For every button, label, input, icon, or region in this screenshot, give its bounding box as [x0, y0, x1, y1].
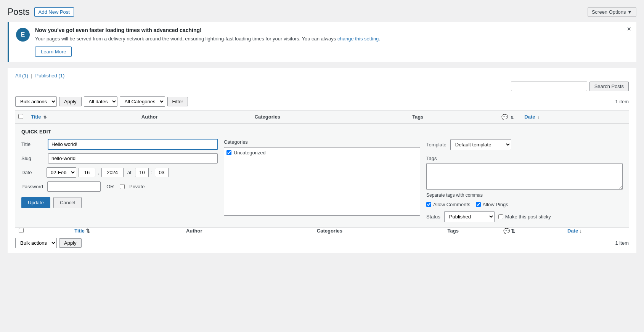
- screen-options-button[interactable]: Screen Options ▼: [588, 7, 636, 17]
- slug-field-label: Slug: [21, 156, 44, 161]
- template-field-label: Template: [426, 142, 446, 148]
- table-header-row: Title ⇅ Author Categories Tags 💬 ⇅ Date …: [15, 111, 629, 123]
- th-author: Author: [138, 111, 251, 123]
- date-sort-icon[interactable]: ↓: [538, 115, 540, 119]
- at-label: at: [127, 170, 132, 175]
- quick-edit-label: QUICK EDIT: [21, 129, 623, 135]
- title-input[interactable]: [48, 139, 218, 149]
- date-field-label: Date: [21, 170, 44, 175]
- allow-comments-label: Allow Comments: [433, 202, 471, 207]
- th-title[interactable]: Title ⇅: [27, 111, 138, 123]
- categories-list[interactable]: Uncategorized: [224, 147, 420, 216]
- table-footer-row: Title ⇅ Author Categories Tags 💬 ⇅ Date …: [15, 228, 629, 234]
- allow-comments-item: Allow Comments: [426, 202, 471, 207]
- update-button[interactable]: Update: [21, 197, 50, 208]
- status-field-label: Status: [426, 214, 440, 220]
- select-all-checkbox-bottom[interactable]: [19, 228, 24, 233]
- add-new-post-button[interactable]: Add New Post: [34, 7, 74, 17]
- search-area: Search Posts: [511, 82, 629, 91]
- status-row: Status PublishedDraftPending ReviewPriva…: [426, 211, 623, 222]
- change-setting-link[interactable]: change this setting: [337, 36, 379, 42]
- comment-sort-icon[interactable]: ⇅: [511, 115, 514, 120]
- tfoot-comment-sort-icon[interactable]: ⇅: [511, 228, 515, 234]
- filter-button[interactable]: Filter: [167, 97, 188, 106]
- slug-input[interactable]: [48, 153, 218, 164]
- template-row: Template Default template: [426, 139, 623, 150]
- filter-published-link[interactable]: Published (1): [35, 73, 65, 79]
- search-input[interactable]: [511, 82, 587, 91]
- th-date[interactable]: Date ↓: [520, 111, 629, 123]
- date-comma: ,: [98, 170, 99, 175]
- quick-edit-middle: Categories Uncategorized: [224, 139, 420, 222]
- allow-pings-checkbox[interactable]: [476, 202, 481, 207]
- time-hour-input[interactable]: [135, 168, 149, 177]
- quick-edit-cell: QUICK EDIT Title Slug: [15, 123, 629, 228]
- bulk-actions-select-top[interactable]: Bulk actions: [15, 96, 57, 107]
- password-input[interactable]: [47, 181, 101, 192]
- bulk-actions-select-bottom[interactable]: Bulk actions: [15, 238, 57, 248]
- tfoot-th-comments: 💬 ⇅: [498, 228, 520, 234]
- sticky-checkbox[interactable]: [498, 214, 503, 219]
- apply-button-bottom[interactable]: Apply: [59, 238, 82, 248]
- th-categories: Categories: [251, 111, 408, 123]
- tags-hint: Separate tags with commas: [426, 192, 623, 198]
- quick-edit-left: Title Slug Date 01-Jan02-Feb03-Mar04-Apr: [21, 139, 218, 222]
- title-field-label: Title: [21, 141, 44, 147]
- tags-textarea[interactable]: [426, 163, 623, 190]
- sticky-label: Make this post sticky: [505, 214, 551, 220]
- notice-content: Now you've got even faster loading times…: [35, 27, 380, 57]
- date-month-select[interactable]: 01-Jan02-Feb03-Mar04-Apr05-May06-Jun07-J…: [47, 167, 76, 178]
- search-posts-button[interactable]: Search Posts: [589, 82, 629, 91]
- all-categories-select[interactable]: All Categories: [120, 96, 165, 107]
- time-min-input[interactable]: [155, 168, 169, 177]
- tfoot-th-categories: Categories: [251, 228, 408, 234]
- tfoot-title-sort-icon[interactable]: ⇅: [86, 228, 90, 234]
- password-field-label: Password: [21, 184, 44, 189]
- checkboxes-row: Allow Comments Allow Pings: [426, 202, 623, 207]
- items-count-top: 1 item: [615, 99, 629, 104]
- th-comments[interactable]: 💬 ⇅: [498, 111, 520, 123]
- notice-icon: E: [16, 28, 30, 42]
- category-checkbox-uncategorized[interactable]: [226, 150, 231, 155]
- posts-table: Title ⇅ Author Categories Tags 💬 ⇅ Date …: [15, 111, 629, 234]
- tags-field-label: Tags: [426, 156, 623, 161]
- th-tags: Tags: [408, 111, 498, 123]
- private-label: Private: [129, 184, 145, 189]
- title-field-row: Title: [21, 139, 218, 149]
- quick-edit-row: QUICK EDIT Title Slug: [15, 123, 629, 228]
- filter-links: All (1) | Published (1): [15, 73, 629, 79]
- cancel-button[interactable]: Cancel: [53, 197, 82, 208]
- all-dates-select[interactable]: All dates: [84, 96, 117, 107]
- notice-title: Now you've got even faster loading times…: [35, 27, 380, 33]
- comment-icon: 💬: [501, 114, 508, 120]
- learn-more-button[interactable]: Learn More: [35, 47, 72, 57]
- sticky-item: Make this post sticky: [498, 214, 551, 220]
- category-label-uncategorized: Uncategorized: [234, 150, 266, 156]
- date-day-input[interactable]: [79, 168, 95, 177]
- time-colon: :: [151, 170, 153, 175]
- actions-bar-bottom: Bulk actions Apply 1 item: [15, 238, 629, 248]
- or-label: –OR–: [104, 184, 117, 189]
- tfoot-th-title[interactable]: Title ⇅: [27, 228, 138, 234]
- th-checkbox: [15, 111, 27, 123]
- allow-pings-item: Allow Pings: [476, 202, 508, 207]
- tfoot-date-sort-icon[interactable]: ↓: [580, 228, 582, 234]
- notice-close-button[interactable]: ×: [627, 26, 631, 32]
- apply-button-top[interactable]: Apply: [59, 97, 82, 106]
- allow-comments-checkbox[interactable]: [426, 202, 431, 207]
- date-year-input[interactable]: [101, 168, 124, 177]
- tfoot-th-date[interactable]: Date ↓: [520, 228, 629, 234]
- status-select[interactable]: PublishedDraftPending ReviewPrivate: [444, 211, 495, 222]
- password-field-row: Password –OR– Private: [21, 181, 218, 192]
- template-select[interactable]: Default template: [450, 139, 511, 150]
- slug-field-row: Slug: [21, 153, 218, 164]
- items-count-bottom: 1 item: [615, 240, 629, 246]
- actions-bar-top: Bulk actions Apply All dates All Categor…: [15, 95, 629, 107]
- title-sort-icon[interactable]: ⇅: [43, 115, 47, 119]
- tfoot-comment-icon: 💬: [503, 228, 510, 234]
- quick-edit-right: Template Default template Tags Separate …: [426, 139, 623, 222]
- private-checkbox[interactable]: [120, 184, 125, 189]
- quick-edit-buttons: Update Cancel: [21, 197, 218, 208]
- filter-all-link[interactable]: All (1): [15, 73, 30, 79]
- select-all-checkbox[interactable]: [18, 114, 23, 119]
